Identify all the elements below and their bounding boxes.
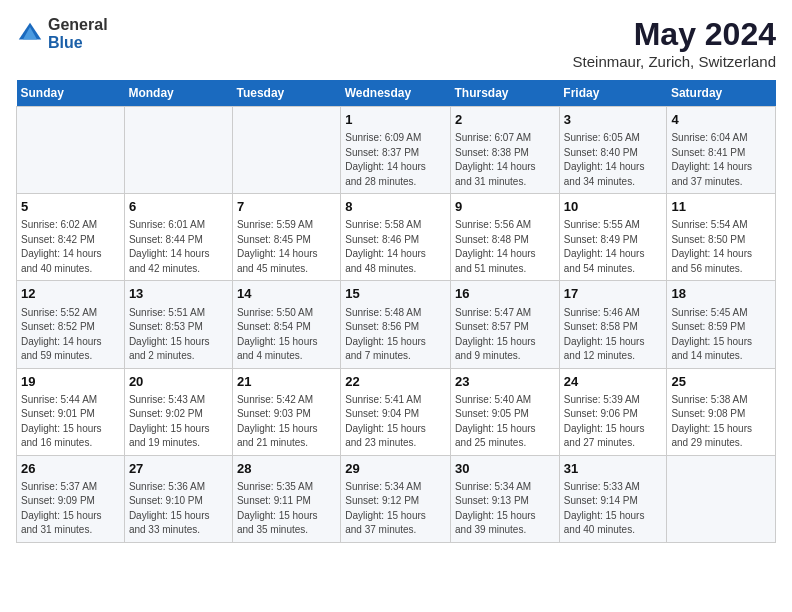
cell-line: Sunset: 8:40 PM [564,147,638,158]
cell-line: and 21 minutes. [237,437,308,448]
cell-content: Sunrise: 5:47 AMSunset: 8:57 PMDaylight:… [455,306,555,364]
day-number: 6 [129,198,228,216]
day-number: 17 [564,285,663,303]
cell-line: and 25 minutes. [455,437,526,448]
cell-line: Sunrise: 6:05 AM [564,132,640,143]
cell-content: Sunrise: 5:42 AMSunset: 9:03 PMDaylight:… [237,393,336,451]
weekday-header: Sunday [17,80,125,107]
cell-line: Sunset: 9:10 PM [129,495,203,506]
calendar-cell: 15Sunrise: 5:48 AMSunset: 8:56 PMDayligh… [341,281,451,368]
cell-line: and 7 minutes. [345,350,411,361]
calendar-cell [232,107,340,194]
cell-line: and 40 minutes. [21,263,92,274]
calendar-cell: 14Sunrise: 5:50 AMSunset: 8:54 PMDayligh… [232,281,340,368]
cell-content: Sunrise: 5:45 AMSunset: 8:59 PMDaylight:… [671,306,771,364]
cell-line: Sunrise: 5:51 AM [129,307,205,318]
cell-line: Daylight: 14 hours [345,248,426,259]
cell-line: Sunrise: 5:33 AM [564,481,640,492]
cell-line: Sunrise: 5:38 AM [671,394,747,405]
calendar-cell: 22Sunrise: 5:41 AMSunset: 9:04 PMDayligh… [341,368,451,455]
cell-line: Daylight: 14 hours [21,336,102,347]
day-number: 10 [564,198,663,216]
cell-line: Daylight: 14 hours [21,248,102,259]
calendar-cell: 23Sunrise: 5:40 AMSunset: 9:05 PMDayligh… [451,368,560,455]
cell-line: and 39 minutes. [455,524,526,535]
logo-icon [16,20,44,48]
calendar-week-row: 26Sunrise: 5:37 AMSunset: 9:09 PMDayligh… [17,455,776,542]
calendar-cell: 30Sunrise: 5:34 AMSunset: 9:13 PMDayligh… [451,455,560,542]
day-number: 14 [237,285,336,303]
cell-line: Sunset: 9:01 PM [21,408,95,419]
cell-line: Sunset: 8:41 PM [671,147,745,158]
cell-line: Daylight: 14 hours [129,248,210,259]
cell-line: Daylight: 14 hours [455,161,536,172]
cell-line: Daylight: 15 hours [455,336,536,347]
day-number: 3 [564,111,663,129]
day-number: 9 [455,198,555,216]
cell-line: and 16 minutes. [21,437,92,448]
cell-content: Sunrise: 5:59 AMSunset: 8:45 PMDaylight:… [237,218,336,276]
day-number: 5 [21,198,120,216]
cell-content: Sunrise: 5:41 AMSunset: 9:04 PMDaylight:… [345,393,446,451]
cell-line: and 34 minutes. [564,176,635,187]
cell-line: Sunrise: 5:43 AM [129,394,205,405]
cell-content: Sunrise: 5:38 AMSunset: 9:08 PMDaylight:… [671,393,771,451]
cell-line: Sunrise: 5:44 AM [21,394,97,405]
cell-line: and 19 minutes. [129,437,200,448]
cell-line: and 14 minutes. [671,350,742,361]
cell-line: Sunrise: 5:34 AM [455,481,531,492]
cell-line: Sunset: 8:48 PM [455,234,529,245]
cell-content: Sunrise: 5:35 AMSunset: 9:11 PMDaylight:… [237,480,336,538]
cell-line: Sunset: 8:58 PM [564,321,638,332]
cell-line: Daylight: 15 hours [129,423,210,434]
cell-content: Sunrise: 5:36 AMSunset: 9:10 PMDaylight:… [129,480,228,538]
cell-line: Sunset: 8:52 PM [21,321,95,332]
cell-line: and 9 minutes. [455,350,521,361]
cell-line: Daylight: 14 hours [455,248,536,259]
cell-line: Daylight: 15 hours [21,423,102,434]
cell-line: and 56 minutes. [671,263,742,274]
cell-line: and 42 minutes. [129,263,200,274]
calendar-cell: 6Sunrise: 6:01 AMSunset: 8:44 PMDaylight… [124,194,232,281]
page-header: General Blue May 2024 Steinmaur, Zurich,… [16,16,776,70]
cell-line: and 4 minutes. [237,350,303,361]
cell-content: Sunrise: 5:34 AMSunset: 9:12 PMDaylight:… [345,480,446,538]
cell-line: Sunset: 8:45 PM [237,234,311,245]
logo-general: General [48,16,108,34]
cell-line: and 2 minutes. [129,350,195,361]
day-number: 22 [345,373,446,391]
calendar-cell: 21Sunrise: 5:42 AMSunset: 9:03 PMDayligh… [232,368,340,455]
calendar-cell: 25Sunrise: 5:38 AMSunset: 9:08 PMDayligh… [667,368,776,455]
calendar-cell: 16Sunrise: 5:47 AMSunset: 8:57 PMDayligh… [451,281,560,368]
day-number: 27 [129,460,228,478]
weekday-header: Saturday [667,80,776,107]
cell-line: and 37 minutes. [671,176,742,187]
calendar-cell: 3Sunrise: 6:05 AMSunset: 8:40 PMDaylight… [559,107,667,194]
day-number: 13 [129,285,228,303]
cell-line: Daylight: 15 hours [564,423,645,434]
cell-line: Sunset: 9:06 PM [564,408,638,419]
cell-line: Sunset: 8:53 PM [129,321,203,332]
calendar-cell: 27Sunrise: 5:36 AMSunset: 9:10 PMDayligh… [124,455,232,542]
day-number: 15 [345,285,446,303]
cell-line: Sunrise: 5:37 AM [21,481,97,492]
calendar-cell: 24Sunrise: 5:39 AMSunset: 9:06 PMDayligh… [559,368,667,455]
cell-line: Daylight: 15 hours [345,423,426,434]
calendar-week-row: 19Sunrise: 5:44 AMSunset: 9:01 PMDayligh… [17,368,776,455]
calendar-week-row: 12Sunrise: 5:52 AMSunset: 8:52 PMDayligh… [17,281,776,368]
cell-line: Daylight: 14 hours [564,248,645,259]
calendar-cell: 13Sunrise: 5:51 AMSunset: 8:53 PMDayligh… [124,281,232,368]
day-number: 21 [237,373,336,391]
cell-line: Daylight: 15 hours [671,423,752,434]
cell-content: Sunrise: 5:39 AMSunset: 9:06 PMDaylight:… [564,393,663,451]
day-number: 28 [237,460,336,478]
calendar-cell: 12Sunrise: 5:52 AMSunset: 8:52 PMDayligh… [17,281,125,368]
calendar-cell: 2Sunrise: 6:07 AMSunset: 8:38 PMDaylight… [451,107,560,194]
cell-line: Daylight: 15 hours [345,510,426,521]
cell-line: Daylight: 14 hours [671,248,752,259]
calendar-cell: 11Sunrise: 5:54 AMSunset: 8:50 PMDayligh… [667,194,776,281]
day-number: 16 [455,285,555,303]
day-number: 19 [21,373,120,391]
calendar-cell: 19Sunrise: 5:44 AMSunset: 9:01 PMDayligh… [17,368,125,455]
day-number: 26 [21,460,120,478]
